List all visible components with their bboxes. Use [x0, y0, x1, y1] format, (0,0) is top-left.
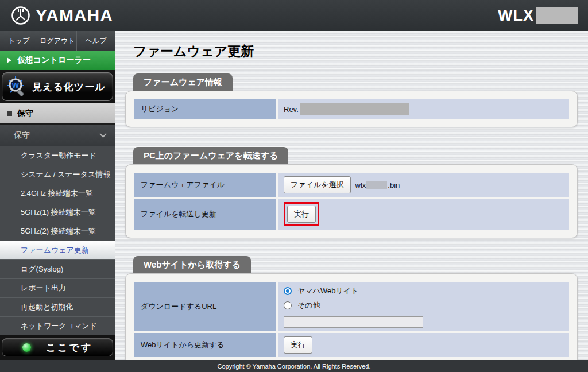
- radio-yamaha-website[interactable]: [284, 287, 292, 295]
- red-highlight-box: 実行: [284, 202, 319, 226]
- here-button[interactable]: ここです: [2, 338, 113, 356]
- sidebar-item-restart-init[interactable]: 再起動と初期化: [0, 297, 115, 316]
- magnifier-wave-icon: W: [6, 75, 28, 98]
- page-title: ファームウェア更新: [133, 42, 588, 60]
- sidebar: トップ ログアウト ヘルプ 仮想コントローラー W 見える化ツール: [0, 31, 115, 360]
- table-row: Webサイトから更新する 実行: [134, 333, 569, 357]
- radio-option-other: その他: [284, 300, 320, 311]
- sidebar-item-5ghz2-clients[interactable]: 5GHz(2) 接続端末一覧: [0, 222, 115, 241]
- download-url-label: ダウンロードするURL: [134, 282, 276, 331]
- nav-tab-logout[interactable]: ログアウト: [38, 31, 77, 51]
- footer-bar: Copyright © Yamaha Corporation. All Righ…: [0, 360, 588, 372]
- table-row: リビジョン Rev.: [134, 99, 569, 119]
- sidebar-section-header: 保守: [0, 103, 115, 125]
- svg-text:W: W: [12, 81, 20, 90]
- virtual-controller-label: 仮想コントローラー: [17, 55, 91, 65]
- radio-yamaha-label: ヤマハWebサイト: [297, 286, 358, 296]
- section-transfer-tab: PC上のファームウェアを転送する: [133, 147, 288, 164]
- table-row: ダウンロードするURL ヤマハWebサイト その他: [134, 282, 569, 331]
- chevron-down-icon: [99, 130, 107, 138]
- firmware-file-value: ファイルを選択 wlx .bin: [278, 173, 569, 197]
- device-model: WLX: [498, 7, 578, 25]
- sidebar-group-hoshu[interactable]: 保守: [0, 125, 115, 146]
- other-url-input[interactable]: [284, 316, 423, 328]
- here-zone: ここです: [0, 335, 115, 359]
- square-bullet-icon: [7, 111, 12, 116]
- sidebar-item-system-status[interactable]: システム / ステータス情報: [0, 165, 115, 184]
- radio-other-label: その他: [297, 300, 320, 311]
- mieruka-tool-button[interactable]: W 見える化ツール: [2, 72, 113, 101]
- app-window: YAMAHA WLX トップ ログアウト ヘルプ 仮想コントローラー: [0, 0, 588, 372]
- mieruka-tool-label: 見える化ツール: [32, 80, 106, 94]
- execute-website-update-button[interactable]: 実行: [284, 336, 312, 354]
- revision-prefix: Rev.: [284, 105, 299, 114]
- website-update-label: Webサイトから更新する: [134, 333, 276, 357]
- revision-label: リビジョン: [134, 99, 276, 119]
- model-prefix: WLX: [498, 7, 534, 25]
- sidebar-item-network-command[interactable]: ネットワークコマンド: [0, 316, 115, 335]
- filename-redacted-box: [366, 181, 387, 189]
- table-row: ファイルを転送し更新 実行: [134, 199, 569, 230]
- radio-other[interactable]: [284, 301, 292, 309]
- yamaha-logo: YAMAHA: [10, 5, 113, 26]
- sidebar-section-label: 保守: [17, 108, 33, 119]
- section-website-update: Webサイトから取得する ダウンロードするURL ヤマハWebサイト その他: [133, 256, 588, 360]
- revision-text: Rev.: [284, 103, 409, 115]
- section-firmware-info: ファームウェア情報 リビジョン Rev.: [133, 73, 588, 127]
- filename-suffix: .bin: [388, 181, 400, 189]
- choose-file-button[interactable]: ファイルを選択: [284, 176, 351, 193]
- website-update-value: 実行: [278, 333, 569, 357]
- top-bar: YAMAHA WLX: [0, 0, 588, 31]
- transfer-update-value: 実行: [278, 199, 569, 230]
- sidebar-item-report-output[interactable]: レポート出力: [0, 278, 115, 297]
- download-url-value: ヤマハWebサイト その他: [278, 282, 569, 331]
- sidebar-item-5ghz1-clients[interactable]: 5GHz(1) 接続端末一覧: [0, 203, 115, 222]
- virtual-controller-bar[interactable]: 仮想コントローラー: [0, 51, 115, 70]
- revision-redacted-box: [300, 103, 409, 115]
- model-redacted-box: [536, 7, 578, 24]
- tool-zone: W 見える化ツール: [0, 70, 115, 103]
- section-transfer-firmware: PC上のファームウェアを転送する ファームウェアファイル ファイルを選択 wlx…: [133, 147, 588, 238]
- sidebar-menu: クラスター動作モード システム / ステータス情報 2.4GHz 接続端末一覧 …: [0, 146, 115, 335]
- nav-tab-help[interactable]: ヘルプ: [77, 31, 115, 51]
- section-firmware-info-tab: ファームウェア情報: [133, 73, 233, 91]
- yamaha-tuning-fork-icon: [10, 5, 31, 26]
- triangle-right-icon: [7, 57, 11, 63]
- sidebar-item-cluster-mode[interactable]: クラスター動作モード: [0, 146, 115, 165]
- sidebar-group-label: 保守: [14, 130, 30, 141]
- section-website-tab: Webサイトから取得する: [133, 256, 251, 273]
- sidebar-item-syslog[interactable]: ログ(Syslog): [0, 259, 115, 278]
- website-panel: ダウンロードするURL ヤマハWebサイト その他 W: [125, 273, 578, 360]
- copyright-text: Copyright © Yamaha Corporation. All Righ…: [218, 363, 371, 370]
- revision-value: Rev.: [278, 99, 569, 119]
- green-orb-icon: [22, 343, 31, 352]
- sidebar-item-24ghz-clients[interactable]: 2.4GHz 接続端末一覧: [0, 184, 115, 203]
- main-content: ファームウェア更新 ファームウェア情報 リビジョン Rev. PC上のファームウ…: [115, 31, 588, 360]
- firmware-file-label: ファームウェアファイル: [134, 173, 276, 197]
- brand-name: YAMAHA: [36, 6, 113, 25]
- sidebar-item-firmware-update[interactable]: ファームウェア更新: [0, 241, 115, 259]
- table-row: ファームウェアファイル ファイルを選択 wlx .bin: [134, 173, 569, 197]
- nav-tab-top[interactable]: トップ: [0, 31, 38, 51]
- here-button-label: ここです: [46, 341, 93, 354]
- transfer-panel: ファームウェアファイル ファイルを選択 wlx .bin ファイルを転送し更新: [125, 164, 578, 238]
- radio-option-yamaha: ヤマハWebサイト: [284, 285, 358, 297]
- filename-prefix: wlx: [355, 181, 366, 189]
- sidebar-nav-tabs: トップ ログアウト ヘルプ: [0, 31, 115, 51]
- execute-transfer-button[interactable]: 実行: [287, 206, 316, 223]
- transfer-update-label: ファイルを転送し更新: [134, 199, 276, 230]
- firmware-info-panel: リビジョン Rev.: [125, 91, 578, 127]
- selected-filename: wlx .bin: [355, 181, 400, 189]
